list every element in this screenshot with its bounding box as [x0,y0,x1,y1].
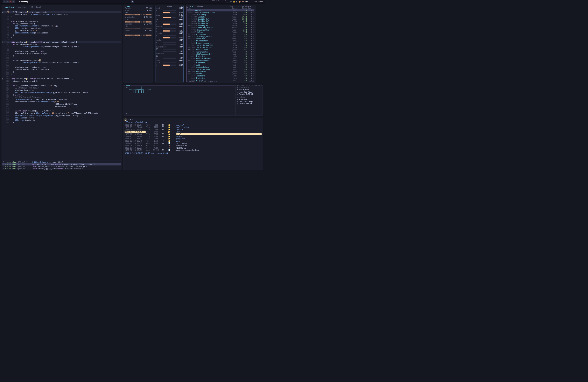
file-browser-pane[interactable]: 1 2 3 4 ~/Projects/sketchybar 2022-05-08… [123,118,263,170]
code-line[interactable]: 101 } [2,55,121,57]
proc-row[interactable]: ├── 523 coreauthdroot0B0.0 [187,38,254,40]
proc-row[interactable]: ├── 439 systemstatusdroot0B0.0 [187,66,254,68]
file-row[interactable]: 2021-10-07 09:4775596B!!📁.cmake/ [125,128,262,131]
code-line[interactable]: 86void windows_unfreeze() { [2,20,121,22]
proc-row[interactable]: [-]-64807 Spotifyfelix203M0.2 [187,16,254,18]
code-line[interactable]: 117 SLSTransactionMoveWindowWithGroup(g_… [2,91,121,94]
code-line[interactable]: ○95void window_set_frame(struct window* … [2,41,121,43]
code-line[interactable]: 99 window->needs_move = true; [2,50,121,52]
code-line[interactable]: 103 if (window->needs_resize [2,59,121,62]
code-line[interactable]: 126 CFArrayRef array = CFArrayCreate(NUL… [2,112,121,114]
code-line[interactable]: 119 // Big Sur and Previous [2,96,121,98]
proc-row[interactable]: ├── 495 mDNSResponderHelroot0B0.0 [187,53,254,55]
code-line[interactable]: ●82 SLSDisableUpdate(g_connection); [2,11,121,13]
proc-row[interactable]: ├── 492 distnoted_cmi+0B0.0 [187,55,254,57]
code-line[interactable]: 107 window->frame.size = frame.size; [2,68,121,71]
code-line[interactable]: 87 if (g_transaction) { [2,22,121,25]
file-row[interactable]: 2022-12-28 17:5164411.2K!!📄compile_comma… [125,149,262,151]
proc-row[interactable]: ├── 64841 Spotify Helfelix85M0.0 [187,20,254,22]
term-tabs[interactable]: 1 2 3 4 [125,118,262,121]
code-line[interactable]: 83 g_transaction = SLSTransactionCreate(… [2,13,121,16]
file-row[interactable]: 2023-01-31 22:11755256B--📁plugins/ [125,138,262,140]
code-line[interactable]: 114 if ( __builtin_available(macOS 12.0,… [2,85,121,87]
editor-tabs[interactable]: window.cwindow.h[No Name] [2,5,121,8]
proc-row[interactable]: ├── 64846 Spotify Helfelix76M0.0 [187,22,254,24]
space-1[interactable]: 1 [3,0,6,3]
file-row[interactable]: 2022-07-21 21:40750128B!!📁.ccls-cache/ [125,126,262,128]
tab-window-c[interactable]: window.c [4,6,14,8]
file-row[interactable]: 2023-01-20 16:376444.8K--⬇README.md [125,147,262,149]
code-line[interactable]: 100 window->origin = frame.origin; [2,52,121,55]
proc-row[interactable]: ├── 5487 Alfredfelix77M0.0 [187,31,254,33]
space-3[interactable]: 3 [9,0,12,3]
space-2[interactable]: 2 [6,0,9,3]
proc-row[interactable]: ├── 497 appleeventsd_app+0B0.0 [187,49,254,51]
code-line[interactable]: 127 SLSReassociateWindowsSpacesByGeometr… [2,114,121,117]
proc-row[interactable]: ├── 447 distnoted_win+0B0.0 [187,62,254,64]
code-line[interactable]: 105 [2,64,121,66]
proc-row[interactable]: ├── 448 awddroot0B0.0 [187,64,254,66]
code-line[interactable]: 129 CFRelease(number); [2,119,121,121]
file-row[interactable]: 2023-02-23 20:30755640B--📂.git/ [125,131,262,133]
proc-row[interactable]: ├── 496 searchpartydroot0B0.0 [187,51,254,53]
quickfix-item[interactable]: 4src/window.c|133 col 13| bool window_ap… [2,168,121,170]
code-line[interactable]: 115 // Monterey and later [2,87,121,89]
tab-window-h[interactable]: window.h [18,6,27,8]
quickfix-item[interactable]: 1src/window.c|82 col 11| SLSDisableUpdat… [2,161,121,163]
proc-row[interactable]: ├── 357 locationd_loc+0B0.0 [187,75,254,77]
volume-icon[interactable]: 🔊 [230,0,231,3]
file-row[interactable]: 2022-05-08 12:5475596B!!📁.cache/ [125,124,262,126]
code-line[interactable]: 130 } [2,121,121,124]
brew-badge[interactable]: 📦 38 [239,0,244,3]
code-line[interactable]: 91 SLSReenableUpdate(g_connection); [2,32,121,34]
proc-row[interactable]: ├── 485 mDNSResponder_mdn+0B0.0 [187,60,254,62]
file-row[interactable]: 2023-02-23 09:46755896B!!📁bin/ [125,133,262,135]
proc-row[interactable]: └── 64845 Spotify Helfelix48M0.0 [187,24,254,27]
code-area[interactable]: 81●82 SLSDisableUpdate(g_connection);83 … [2,8,121,161]
proc-row[interactable]: ├── 409 analyticsd_ana+0B0.0 [187,70,254,73]
code-line[interactable]: 92 } [2,34,121,36]
proc-row[interactable]: ├── 505 diskmanagementdroot0B0.0 [187,42,254,44]
proc-row[interactable]: ├── 64850 Spotify Helfelix280M0.0 [187,18,254,20]
code-line[interactable]: 102 [2,57,121,59]
code-line[interactable]: 125 const void* values[1] = { number }; [2,110,121,112]
proc-box[interactable]: ⁴proc filter tree < cpu direct > Tree:Us… [186,5,256,83]
proc-row[interactable]: ├── 526 BTLEServerroot0B0.0 [187,33,254,35]
code-line[interactable]: 116 windows_freeze(); [2,89,121,91]
mic-icon[interactable]: 🎙 [131,0,134,3]
file-row[interactable]: 2022-05-28 13:03644140B--📄.gitignore [125,142,262,145]
proc-row[interactable]: [-]-1 launchdroot0B0.0 [187,9,254,11]
file-row[interactable]: 2023-02-23 09:467551.7K-✎📁src/ [125,140,262,142]
code-line[interactable]: 93} [2,36,121,39]
code-line[interactable]: 122 kCFNumberSInt32Type, [2,103,121,105]
code-line[interactable]: 97 || !CGPointEqualToPoint(window->origi… [2,45,121,48]
proc-row[interactable]: ├── 490 audioclocksyncdroot0B0.0 [187,57,254,60]
proc-row[interactable]: ├── 517 UVCAssistant_cmi+0B0.0 [187,40,254,42]
quickfix-item[interactable]: 3src/window.c|111 col 13| void window_mo… [2,166,121,168]
code-line[interactable]: 120 SLSMoveWindow(g_connection, window->… [2,98,121,101]
code-line[interactable]: 84} [2,16,121,18]
proc-row[interactable]: ├── 436 trustd_tru+0B0.0 [187,73,254,75]
proc-row[interactable]: ├── 502 com.apple.AppleU_dri+0B0.0 [187,44,254,46]
proc-row[interactable]: ├── 524 securityd_servicroot0B0.0 [187,35,254,38]
code-line[interactable]: 110 [2,75,121,78]
file-row[interactable]: 2021-10-14 11:2664434.3K--⬇LICENSE.md [125,145,262,147]
code-line[interactable]: 94 [2,39,121,41]
code-line[interactable]: 121 CFNumberRef number = CFNumberCreate(… [2,101,121,103]
code-line[interactable]: 81 [2,9,121,11]
proc-row[interactable]: ├──── 70636 screencaptureufelix39M0.8 [187,11,254,14]
code-line[interactable]: 109} [2,73,121,75]
code-line[interactable]: 108 } [2,71,121,73]
code-line[interactable]: 123 &window->id ); [2,105,121,107]
proc-row[interactable]: ├── 69077 Activity Monitfelix116M0.0 [187,27,254,29]
proc-row[interactable]: ├── 500 com.apple.Driver_dri+0B0.0 [187,46,254,49]
code-line[interactable]: 118 } else { [2,94,121,96]
code-line[interactable]: 88 SLSTransactionCommit(g_transaction, 0… [2,25,121,27]
dnd-icon[interactable]: ◐ [236,0,237,3]
editor-pane[interactable]: window.cwindow.h[No Name] 81●82 SLSDisab… [1,5,122,170]
code-line[interactable]: 113 [2,82,121,85]
code-line[interactable]: 124 [2,107,121,110]
code-line[interactable]: 89 CFRelease(g_transaction); [2,27,121,29]
code-line[interactable]: 90 g_transaction = NULL; [2,29,121,32]
file-row[interactable]: 2023-01-27 18:44755224B!!📁images/ [125,135,262,138]
